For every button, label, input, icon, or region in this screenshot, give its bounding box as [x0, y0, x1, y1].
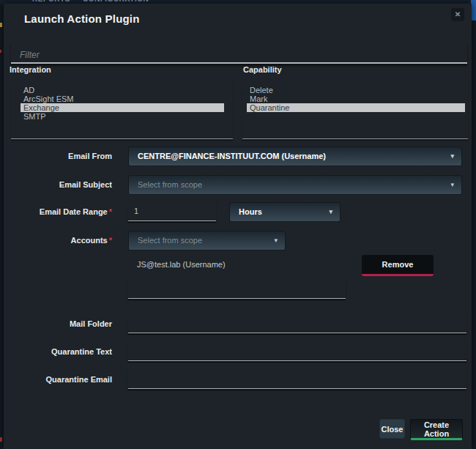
nav-item-configuration: CONFIGURATION	[83, 0, 149, 3]
capability-option-mark[interactable]: Mark	[247, 94, 465, 103]
integration-listbox[interactable]: AD ArcSight ESM Exchange SMTP	[11, 80, 233, 139]
email-from-select[interactable]: CENTRE@FINANCE-INSTITUUT.COM (Username) …	[128, 146, 462, 166]
mail-folder-input[interactable]	[128, 314, 466, 333]
create-action-button[interactable]: Create Action	[410, 419, 463, 440]
filter-field-wrap	[11, 42, 467, 64]
remove-account-button[interactable]: Remove	[362, 255, 434, 276]
integration-option-ad[interactable]: AD	[21, 86, 224, 94]
mail-folder-label: Mail Folder	[4, 314, 112, 333]
email-from-label: Email From	[4, 146, 112, 166]
accounts-label: Accounts*	[4, 231, 112, 251]
email-subject-placeholder: Select from scope	[138, 180, 202, 189]
date-range-unit-select[interactable]: Hours ▾	[229, 202, 341, 222]
nav-item-reports: REPORTS	[32, 0, 70, 3]
background-speck-yellow	[0, 23, 2, 27]
mail-folder-label-text: Mail Folder	[70, 319, 112, 328]
chevron-down-icon: ▾	[450, 147, 454, 166]
quarantine-email-label: Quarantine Email	[4, 370, 112, 389]
quarantine-text-label-text: Quarantine Text	[51, 347, 112, 356]
close-button[interactable]: Close	[379, 419, 405, 439]
account-item-name: JS@test.lab (Username)	[137, 255, 226, 275]
launch-action-plugin-dialog: Launch Action Plugin ✕ Integration Capab…	[4, 4, 472, 449]
chevron-down-icon: ▾	[274, 231, 278, 250]
email-from-label-text: Email From	[68, 152, 112, 160]
quarantine-text-input[interactable]	[128, 342, 466, 361]
background-speck-red	[0, 50, 1, 53]
quarantine-email-input[interactable]	[128, 370, 466, 389]
dialog-title: Launch Action Plugin	[24, 12, 140, 25]
background-speck-red	[0, 437, 2, 442]
email-date-range-input[interactable]	[128, 202, 216, 221]
email-subject-label: Email Subject	[4, 175, 112, 195]
integration-option-exchange-selected[interactable]: Exchange	[21, 103, 224, 112]
accounts-label-text: Accounts	[71, 236, 108, 245]
capability-listbox[interactable]: Delete Mark Quarantine	[242, 80, 468, 139]
email-subject-label-text: Email Subject	[59, 180, 112, 189]
integration-option-smtp[interactable]: SMTP	[21, 112, 224, 121]
capability-header: Capability	[243, 65, 282, 74]
email-subject-select[interactable]: Select from scope ▾	[128, 175, 462, 195]
integration-option-arcsight-esm[interactable]: ArcSight ESM	[21, 94, 224, 103]
required-marker: *	[109, 236, 112, 245]
quarantine-text-label: Quarantine Text	[4, 342, 112, 361]
filter-input[interactable]	[11, 42, 467, 62]
chevron-down-icon: ▾	[450, 176, 454, 194]
email-from-value: CENTRE@FINANCE-INSTITUUT.COM (Username)	[138, 152, 326, 160]
email-date-range-label-text: Email Date Range	[40, 207, 108, 216]
capability-option-delete[interactable]: Delete	[247, 86, 465, 94]
accounts-select[interactable]: Select from scope ▾	[128, 231, 286, 251]
background-edge-highlight	[471, 0, 476, 21]
accounts-placeholder: Select from scope	[138, 236, 202, 245]
close-icon[interactable]: ✕	[451, 8, 464, 21]
integration-header: Integration	[10, 65, 51, 74]
account-add-input[interactable]	[128, 280, 346, 299]
capability-option-quarantine-selected[interactable]: Quarantine	[247, 103, 465, 112]
chevron-down-icon: ▾	[329, 203, 332, 221]
quarantine-email-label-text: Quarantine Email	[46, 375, 112, 384]
required-marker: *	[109, 207, 112, 216]
email-date-range-label: Email Date Range*	[4, 202, 112, 222]
date-range-unit-value: Hours	[239, 207, 262, 216]
